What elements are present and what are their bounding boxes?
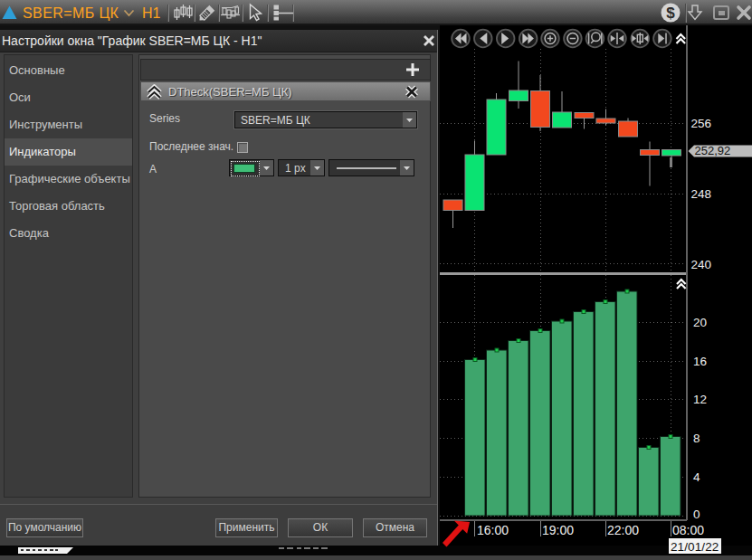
svg-text:16:00: 16:00 xyxy=(477,523,509,537)
svg-text:22:00: 22:00 xyxy=(607,523,639,537)
svg-text:240: 240 xyxy=(691,258,712,271)
svg-text:256: 256 xyxy=(691,117,712,130)
svg-text:16: 16 xyxy=(693,355,707,368)
svg-text:19:00: 19:00 xyxy=(542,523,574,537)
svg-text:20: 20 xyxy=(693,316,707,329)
svg-text:248: 248 xyxy=(691,187,712,201)
svg-text:$: $ xyxy=(666,5,675,22)
svg-text:4: 4 xyxy=(693,470,700,484)
svg-text:8: 8 xyxy=(693,432,700,445)
svg-text:08:00: 08:00 xyxy=(672,523,704,537)
svg-text:12: 12 xyxy=(693,393,707,406)
svg-text:0: 0 xyxy=(693,508,700,521)
svg-text:252,92: 252,92 xyxy=(695,144,731,157)
